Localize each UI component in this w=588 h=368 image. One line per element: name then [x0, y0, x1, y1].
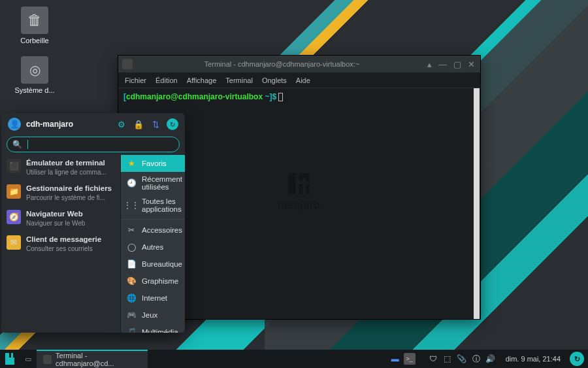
desktop-icon-label: Système d... [12, 86, 57, 94]
category-graphisme[interactable]: 🎨Graphisme [121, 273, 185, 290]
username-label: cdh-manjaro [26, 120, 110, 129]
category-icon: ✂ [126, 225, 137, 235]
menu-onglets[interactable]: Onglets [262, 76, 287, 84]
menu-edition[interactable]: Édition [155, 76, 178, 84]
menu-favorites-pane: ⬛Émulateur de terminalUtiliser la ligne … [1, 155, 121, 333]
terminal-tray-icon[interactable]: >_ [404, 353, 416, 365]
scrollbar[interactable] [474, 88, 480, 319]
switch-user-icon[interactable]: ⇅ [150, 118, 161, 130]
shield-icon[interactable]: 🛡 [427, 353, 439, 365]
category-icon: ★ [126, 158, 137, 169]
chat-icon[interactable]: ▬ [389, 353, 401, 365]
maximize-button[interactable]: ▢ [453, 59, 461, 69]
desktop-icon-label: Corbeille [12, 37, 57, 44]
category-accessoires[interactable]: ✂Accessoires [121, 219, 185, 239]
category-récemment-utilisées[interactable]: 🕘Récemment utilisées [121, 172, 185, 194]
show-desktop-button[interactable]: ▭ [20, 350, 37, 368]
search-input[interactable]: 🔍 [7, 137, 180, 152]
desktop-icon-trash[interactable]: 🗑 Corbeille [12, 7, 57, 44]
lock-icon[interactable]: 🔒 [133, 118, 144, 130]
favorite-2[interactable]: 🧭Navigateur WebNaviguer sur le Web [1, 206, 120, 231]
category-icon: 🌐 [126, 293, 137, 303]
volume-icon[interactable]: 🔊 [485, 353, 497, 365]
keep-above-icon[interactable]: ▴ [427, 59, 432, 69]
category-icon: 🕘 [126, 178, 137, 188]
category-icon: ⋮⋮ [126, 200, 137, 210]
close-button[interactable]: ✕ [468, 59, 475, 69]
favorite-0[interactable]: ⬛Émulateur de terminalUtiliser la ligne … [1, 155, 120, 180]
category-icon: ◯ [126, 242, 137, 252]
manjaro-watermark: manjaro [278, 173, 321, 211]
category-multimédia[interactable]: 🎵Multimédia [121, 324, 185, 333]
taskbar-item-terminal[interactable]: Terminal - cdhmanjaro@cd... [37, 350, 148, 368]
application-menu: 👤 cdh-manjaro ⚙ 🔒 ⇅ ↻ 🔍 ⬛Émulateur de te… [1, 113, 185, 333]
category-favoris[interactable]: ★Favoris [121, 155, 185, 172]
power-button[interactable]: ↻ [570, 352, 584, 366]
menu-categories-pane: ★Favoris🕘Récemment utilisées⋮⋮Toutes les… [121, 155, 185, 333]
app-icon: ✉ [7, 235, 21, 250]
category-icon: 🎨 [126, 276, 137, 286]
category-jeux[interactable]: 🎮Jeux [121, 307, 185, 324]
menu-terminal[interactable]: Terminal [225, 76, 253, 84]
app-icon: 🧭 [7, 210, 21, 224]
menu-affichage[interactable]: Affichage [187, 76, 217, 84]
menu-aide[interactable]: Aide [296, 76, 310, 84]
category-icon: 🎮 [126, 310, 137, 320]
desktop-icon-filesystem[interactable]: ◎ Système d... [12, 56, 57, 94]
logout-icon[interactable]: ↻ [167, 118, 178, 130]
settings-icon[interactable]: ⚙ [116, 118, 127, 130]
clock[interactable]: dim. 9 mai, 21:44 [500, 355, 566, 363]
menu-header: 👤 cdh-manjaro ⚙ 🔒 ⇅ ↻ [1, 113, 185, 135]
category-bureautique[interactable]: 📄Bureautique [121, 256, 185, 273]
start-button[interactable] [0, 350, 20, 368]
search-icon: 🔍 [12, 140, 22, 149]
updates-icon[interactable]: ⬚ [442, 353, 453, 365]
category-autres[interactable]: ◯Autres [121, 239, 185, 256]
minimize-button[interactable]: — [438, 59, 447, 69]
terminal-cursor [278, 93, 283, 101]
taskbar: ▭ Terminal - cdhmanjaro@cd... ▬ >_ 🛡 ⬚ 📎… [0, 350, 588, 368]
menu-search-row: 🔍 [1, 135, 185, 155]
terminal-icon [43, 355, 52, 364]
trash-icon: 🗑 [27, 12, 42, 29]
window-title: Terminal - cdhmanjaro@cdhmanjaro-virtual… [137, 60, 427, 68]
favorite-1[interactable]: 📁Gestionnaire de fichiersParcourir le sy… [1, 180, 120, 206]
category-toutes-les-applications[interactable]: ⋮⋮Toutes les applications [121, 194, 185, 216]
category-internet[interactable]: 🌐Internet [121, 290, 185, 307]
category-icon: 📄 [126, 259, 137, 269]
favorite-3[interactable]: ✉Client de messagerieConsulter ses courr… [1, 231, 120, 257]
app-icon: ⬛ [7, 159, 21, 173]
system-tray: ▬ >_ 🛡 ⬚ 📎 ⓘ 🔊 [385, 353, 500, 365]
info-icon[interactable]: ⓘ [470, 353, 482, 365]
window-titlebar[interactable]: Terminal - cdhmanjaro@cdhmanjaro-virtual… [118, 56, 480, 73]
menu-fichier[interactable]: Fichier [125, 76, 146, 84]
manjaro-logo-icon [5, 353, 14, 365]
terminal-menubar: Fichier Édition Affichage Terminal Ongle… [118, 73, 480, 88]
disk-icon: ◎ [29, 62, 41, 78]
taskbar-item-label: Terminal - cdhmanjaro@cd... [56, 352, 141, 367]
terminal-icon [122, 59, 133, 69]
app-icon: 📁 [7, 184, 21, 199]
category-icon: 🎵 [126, 327, 137, 333]
user-avatar-icon[interactable]: 👤 [8, 118, 21, 131]
clipboard-icon[interactable]: 📎 [456, 353, 468, 365]
